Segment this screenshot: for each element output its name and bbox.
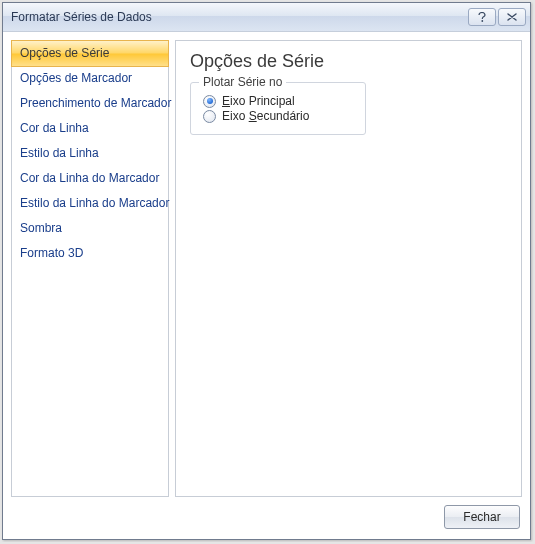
sidebar-item-label: Opções de Marcador	[20, 71, 132, 85]
sidebar: Opções de Série Opções de Marcador Preen…	[11, 40, 169, 497]
close-icon	[507, 13, 517, 21]
svg-point-0	[481, 20, 483, 22]
sidebar-item-opcoes-de-serie[interactable]: Opções de Série	[11, 40, 169, 67]
close-button[interactable]	[498, 8, 526, 26]
titlebar-buttons	[468, 8, 526, 26]
dialog-footer: Fechar	[3, 501, 530, 539]
sidebar-item-label: Estilo da Linha	[20, 146, 99, 160]
plot-series-groupbox: Plotar Série no Eixo Principal Eixo Secu…	[190, 82, 366, 135]
dialog-body: Opções de Série Opções de Marcador Preen…	[3, 32, 530, 501]
sidebar-item-cor-da-linha[interactable]: Cor da Linha	[12, 116, 168, 141]
sidebar-item-formato-3d[interactable]: Formato 3D	[12, 241, 168, 266]
sidebar-item-label: Cor da Linha do Marcador	[20, 171, 159, 185]
sidebar-item-label: Preenchimento de Marcador	[20, 96, 171, 110]
radio-icon	[203, 110, 216, 123]
radio-label: Eixo Secundário	[222, 109, 309, 123]
sidebar-item-estilo-da-linha-do-marcador[interactable]: Estilo da Linha do Marcador	[12, 191, 168, 216]
sidebar-item-opcoes-de-marcador[interactable]: Opções de Marcador	[12, 66, 168, 91]
sidebar-item-estilo-da-linha[interactable]: Estilo da Linha	[12, 141, 168, 166]
help-button[interactable]	[468, 8, 496, 26]
groupbox-title: Plotar Série no	[199, 75, 286, 89]
window-title: Formatar Séries de Dados	[11, 10, 468, 24]
sidebar-item-label: Sombra	[20, 221, 62, 235]
sidebar-item-cor-da-linha-do-marcador[interactable]: Cor da Linha do Marcador	[12, 166, 168, 191]
sidebar-item-label: Cor da Linha	[20, 121, 89, 135]
content-pane: Opções de Série Plotar Série no Eixo Pri…	[175, 40, 522, 497]
radio-eixo-principal[interactable]: Eixo Principal	[203, 94, 353, 108]
close-dialog-button[interactable]: Fechar	[444, 505, 520, 529]
sidebar-item-label: Estilo da Linha do Marcador	[20, 196, 169, 210]
dialog-window: Formatar Séries de Dados Opções de Série…	[2, 2, 531, 540]
help-icon	[478, 12, 486, 22]
titlebar: Formatar Séries de Dados	[3, 3, 530, 32]
sidebar-item-preenchimento-de-marcador[interactable]: Preenchimento de Marcador	[12, 91, 168, 116]
sidebar-item-sombra[interactable]: Sombra	[12, 216, 168, 241]
radio-label: Eixo Principal	[222, 94, 295, 108]
content-heading: Opções de Série	[190, 51, 507, 72]
radio-eixo-secundario[interactable]: Eixo Secundário	[203, 109, 353, 123]
button-label: Fechar	[463, 510, 500, 524]
sidebar-item-label: Formato 3D	[20, 246, 83, 260]
radio-icon	[203, 95, 216, 108]
sidebar-item-label: Opções de Série	[20, 46, 109, 60]
